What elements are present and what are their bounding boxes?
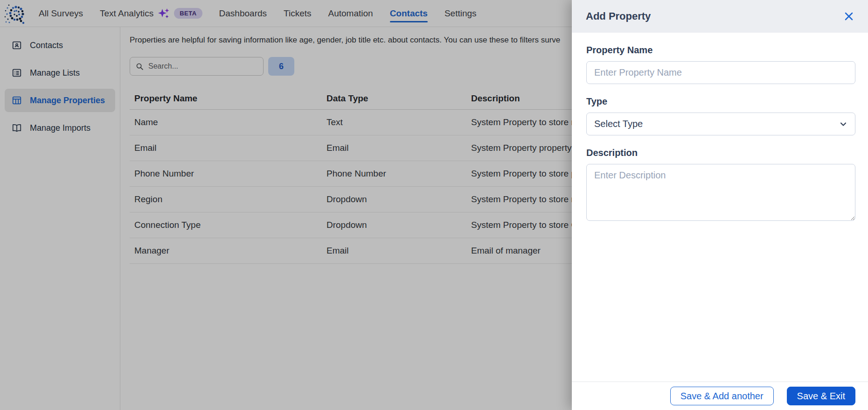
drawer-header: Add Property	[572, 0, 868, 33]
property-name-label: Property Name	[586, 45, 855, 56]
save-and-exit-button[interactable]: Save & Exit	[787, 387, 855, 405]
description-field-group: Description	[586, 148, 855, 223]
type-field-group: Type Select Type	[586, 96, 855, 135]
add-property-drawer: Add Property Property Name Type Select T…	[572, 0, 868, 410]
drawer-title: Add Property	[586, 10, 651, 22]
property-name-field-group: Property Name	[586, 45, 855, 84]
close-button[interactable]	[844, 11, 854, 21]
save-and-add-another-button[interactable]: Save & Add another	[670, 387, 774, 405]
type-select[interactable]: Select Type	[586, 113, 855, 135]
drawer-footer: Save & Add another Save & Exit	[572, 382, 868, 410]
description-textarea[interactable]	[586, 164, 855, 221]
property-name-input[interactable]	[586, 61, 855, 84]
type-label: Type	[586, 96, 855, 107]
close-icon	[844, 12, 854, 21]
type-select-value: Select Type	[594, 119, 643, 129]
chevron-down-icon	[839, 120, 847, 128]
drawer-body: Property Name Type Select Type Descripti…	[572, 33, 868, 382]
description-label: Description	[586, 148, 855, 158]
